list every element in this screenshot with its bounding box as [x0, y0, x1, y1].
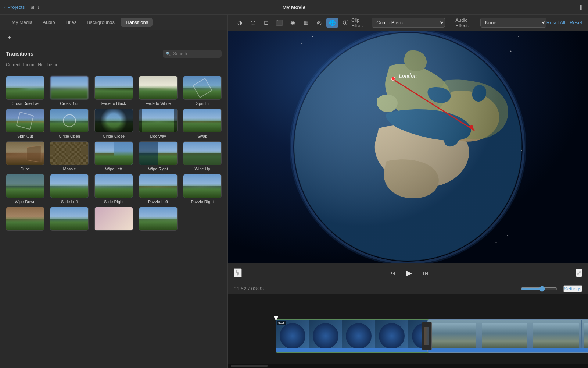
transition-extra2[interactable]: [49, 207, 90, 231]
transition-spin-out[interactable]: Spin Out: [4, 109, 46, 138]
transition-extra4[interactable]: [137, 207, 179, 231]
transition-label-circle-close: Circle Close: [103, 134, 125, 138]
magic-wand-icon[interactable]: ✦: [4, 32, 15, 43]
clip-sky-segment-2: [479, 320, 531, 352]
audio-effect-label: Audio Effect:: [455, 17, 477, 28]
skip-back-button[interactable]: ⏮: [390, 270, 395, 276]
audio-effect-select[interactable]: None: [480, 18, 546, 28]
svg-point-11: [301, 43, 302, 44]
scrollbar-track[interactable]: [231, 365, 268, 367]
transition-wipe-up[interactable]: Wipe Up: [182, 141, 223, 171]
transition-spin-in[interactable]: Spin In: [182, 76, 223, 106]
clip-thumb-4: [375, 320, 408, 352]
audio-icon[interactable]: ◉: [287, 18, 298, 28]
globe-icon[interactable]: 🌐: [326, 18, 338, 28]
back-label[interactable]: Projects: [7, 4, 25, 10]
tab-titles[interactable]: Titles: [61, 18, 81, 27]
transition-puzzle-right[interactable]: Puzzle Right: [182, 174, 223, 204]
transition-wipe-down[interactable]: Wipe Down: [4, 174, 46, 204]
transition-connector[interactable]: [422, 322, 432, 350]
timeline-scrollbar: [228, 364, 588, 368]
tab-transitions[interactable]: Transitions: [121, 18, 153, 27]
playback-controls: 🎙 ⏮ ▶ ⏭ ⤢: [228, 263, 588, 283]
transition-fade-white[interactable]: Fade to White: [137, 76, 179, 106]
transition-fade-black[interactable]: Fade to Black: [93, 76, 135, 106]
transition-wipe-left[interactable]: Wipe Left: [93, 141, 135, 171]
timeline-empty-row: [228, 294, 588, 316]
transition-thumb-extra4: [139, 207, 178, 231]
palette-icon[interactable]: ⬡: [247, 18, 259, 28]
current-time: 01:52: [234, 286, 247, 291]
reset-all-button[interactable]: Reset All: [546, 20, 565, 25]
crop-icon[interactable]: ⊡: [260, 18, 272, 28]
settings-button[interactable]: Settings: [563, 285, 582, 292]
transition-cross-blur[interactable]: Cross Blur: [49, 76, 90, 106]
back-button[interactable]: ‹ Projects: [4, 4, 25, 10]
transition-thumb-spin-in: [183, 76, 222, 100]
stabilize-icon[interactable]: ◎: [313, 18, 325, 28]
transition-thumb-wipe-right: [139, 141, 178, 165]
transition-circle-open[interactable]: Circle Open: [49, 109, 90, 138]
info-icon[interactable]: ⓘ: [340, 18, 351, 28]
transition-thumb-circle-open: [50, 109, 89, 132]
transition-cube[interactable]: Cube: [4, 141, 46, 171]
transition-swap[interactable]: Swap: [182, 109, 223, 138]
transition-slide-right[interactable]: Slide Right: [93, 174, 135, 204]
transition-cross-dissolve[interactable]: Cross Dissolve: [4, 76, 46, 106]
clip-sky-segment-4: [582, 320, 588, 352]
transition-thumb-slide-right: [94, 174, 133, 198]
transition-label-swap: Swap: [197, 134, 208, 138]
transition-circle-close[interactable]: Circle Close: [93, 109, 135, 138]
reset-button[interactable]: Reset: [570, 20, 582, 25]
clip-thumb-3: [342, 320, 375, 352]
tab-audio[interactable]: Audio: [38, 18, 59, 27]
transition-puzzle-left[interactable]: Puzzle Left: [137, 174, 179, 204]
svg-point-14: [503, 40, 504, 40]
transition-thumb-extra2: [50, 207, 89, 231]
clip-filter-select[interactable]: Comic Basic: [372, 18, 445, 28]
tab-backgrounds[interactable]: Backgrounds: [82, 18, 119, 27]
svg-point-21: [521, 150, 522, 151]
camera-icon[interactable]: ⬛: [273, 18, 285, 28]
color-wheel-icon[interactable]: ◑: [234, 18, 245, 28]
timeline-clip-sky[interactable]: [427, 319, 588, 353]
clip-filter-label: Clip Filter:: [351, 17, 369, 28]
svg-point-19: [507, 235, 508, 236]
video-preview: London: [228, 31, 588, 263]
svg-point-16: [518, 36, 519, 37]
transition-wipe-right[interactable]: Wipe Right: [137, 141, 179, 171]
transition-thumb-extra3: [94, 207, 133, 231]
transition-label-circle-open: Circle Open: [59, 134, 80, 138]
globe-preview: London: [228, 31, 588, 263]
tab-my-media[interactable]: My Media: [7, 18, 37, 27]
chart-icon[interactable]: ▦: [300, 18, 312, 28]
skip-forward-button[interactable]: ⏭: [423, 270, 429, 276]
transition-slide-left[interactable]: Slide Left: [49, 174, 90, 204]
search-box[interactable]: 🔍: [163, 50, 222, 58]
main-content: My Media Audio Titles Backgrounds Transi…: [0, 15, 588, 368]
globe-svg: London: [283, 31, 533, 263]
zoom-slider[interactable]: [521, 286, 557, 292]
timeline-playhead[interactable]: [276, 316, 276, 357]
transition-label-fade-white: Fade to White: [146, 101, 171, 106]
transition-extra3[interactable]: [93, 207, 135, 231]
transition-doorway[interactable]: Doorway: [137, 109, 179, 138]
transition-mosaic[interactable]: Mosaic: [49, 141, 90, 171]
transition-thumb-slide-left: [50, 174, 89, 198]
search-input[interactable]: [173, 51, 219, 56]
inspector-icons: ◑ ⬡ ⊡ ⬛ ◉ ▦ ◎ 🌐 ⓘ: [234, 18, 351, 28]
left-panel: My Media Audio Titles Backgrounds Transi…: [0, 15, 228, 368]
page-title: My Movie: [78, 4, 510, 10]
transition-thumb-wipe-left: [94, 141, 133, 165]
transition-label-wipe-right: Wipe Right: [148, 167, 168, 171]
transition-thumb-wipe-down: [6, 174, 44, 198]
export-button[interactable]: ⬆: [578, 3, 584, 11]
clip-sky-segment-1: [428, 320, 479, 352]
transition-extra1[interactable]: [4, 207, 46, 231]
fullscreen-button[interactable]: ⤢: [576, 269, 582, 277]
svg-point-3: [294, 33, 522, 261]
microphone-button[interactable]: 🎙: [234, 268, 242, 277]
transition-label-puzzle-left: Puzzle Left: [148, 199, 168, 204]
play-button[interactable]: ▶: [403, 267, 415, 279]
transition-thumb-fade-white: [139, 76, 178, 100]
